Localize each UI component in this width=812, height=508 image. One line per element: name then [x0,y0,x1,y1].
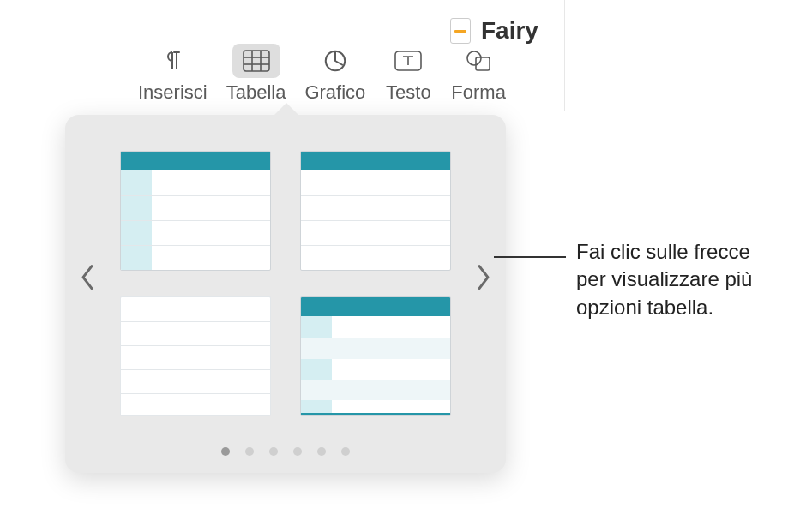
thumb-line [121,393,270,394]
thumb-altrow [301,338,450,359]
callout-text: Fai clic sulle frecce per visualizzare p… [576,238,752,321]
page-dots [65,447,506,456]
pilcrow-icon [148,44,196,78]
thumb-line [121,321,270,322]
thumb-line [121,245,270,246]
toolbar: Inserisci Tabella Grafico [133,44,511,104]
thumb-line [121,220,270,221]
thumb-firstcol [301,316,332,415]
callout-line3: opzioni tabella. [576,294,752,321]
toolbar-label: Testo [386,81,431,104]
thumb-line [121,369,270,370]
chevron-left-icon [79,263,98,292]
thumb-line [301,220,450,221]
svg-rect-0 [244,51,269,71]
toolbar-label: Forma [451,81,506,104]
callout-line2: per visualizzare più [576,266,752,293]
table-style-3[interactable] [120,296,271,416]
piechart-icon [311,44,359,78]
page-dot-6[interactable] [341,447,350,456]
table-icon [232,44,280,78]
next-page-button[interactable] [465,254,501,304]
callout-leader-line [494,256,566,258]
chevron-right-icon [473,263,492,292]
page-dot-3[interactable] [269,447,278,456]
textbox-icon [384,44,432,78]
toolbar-testo[interactable]: Testo [379,44,437,104]
svg-point-8 [467,51,481,65]
toolbar-grafico[interactable]: Grafico [299,44,370,104]
thumb-header [301,152,450,170]
toolbar-area: Fairy Inserisci Tabella [0,0,812,111]
page-dot-2[interactable] [245,447,254,456]
document-title: Fairy [481,17,538,45]
thumb-line [121,345,270,346]
thumb-footer-line [301,413,450,415]
table-style-grid [120,151,451,416]
document-title-area: Fairy [450,17,538,45]
thumb-altrow [301,380,450,400]
thumb-line [121,195,270,196]
toolbar-label: Tabella [226,81,286,104]
thumb-line [301,195,450,196]
toolbar-label: Inserisci [138,81,208,104]
thumb-header [121,152,270,170]
shape-icon [454,44,502,78]
thumb-line [301,245,450,246]
callout-line1: Fai clic sulle frecce [576,238,752,266]
thumb-header [301,297,450,316]
toolbar-forma[interactable]: Forma [446,44,511,104]
toolbar-tabella[interactable]: Tabella [221,44,292,104]
page-dot-1[interactable] [221,447,230,456]
table-style-4[interactable] [300,296,451,416]
page-dot-4[interactable] [293,447,302,456]
prev-page-button[interactable] [70,254,106,304]
document-icon [450,18,471,44]
table-style-2[interactable] [300,151,451,271]
divider [564,0,565,111]
table-styles-popover [65,115,506,473]
table-style-1[interactable] [120,151,271,271]
toolbar-label: Grafico [304,81,365,104]
page-dot-5[interactable] [317,447,326,456]
toolbar-inserisci[interactable]: Inserisci [133,44,213,104]
